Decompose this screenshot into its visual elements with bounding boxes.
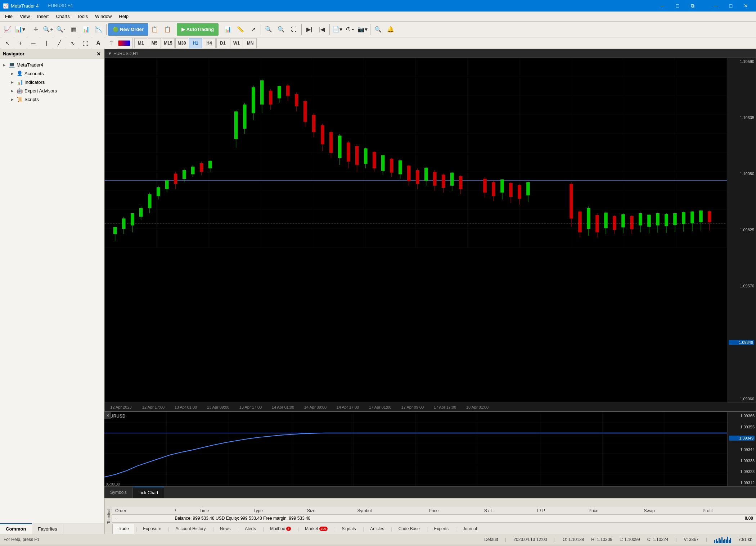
fitchart-button[interactable]: ⛶ <box>288 23 300 36</box>
trendline-button[interactable]: 📏 <box>234 23 247 36</box>
nav-item-accounts[interactable]: ▶ 👤 Accounts <box>0 69 104 78</box>
svg-rect-25 <box>200 163 203 172</box>
inner-minimize-button[interactable]: ─ <box>655 1 670 11</box>
terminal-sidebar[interactable]: Terminal <box>104 499 112 534</box>
search-button[interactable]: 🔍 <box>372 23 384 36</box>
tab-common[interactable]: Common <box>0 523 32 534</box>
tab-codebase[interactable]: Code Base <box>393 524 425 534</box>
tf-m1[interactable]: M1 <box>134 38 147 48</box>
tf-m5[interactable]: M5 <box>148 38 161 48</box>
close-button[interactable]: ✕ <box>739 1 753 11</box>
open-price: O: 1.10138 <box>563 537 584 542</box>
forward-button[interactable]: ▶| <box>303 23 315 36</box>
help-text: For Help, press F1 <box>4 537 39 542</box>
tf-h1[interactable]: H1 <box>189 38 202 48</box>
separator-6 <box>301 24 302 35</box>
menu-window[interactable]: Window <box>91 12 115 21</box>
crosshair-tool[interactable]: + <box>14 37 27 49</box>
tick-price-4: 1.09333 <box>729 459 755 463</box>
arrow-tool[interactable]: ⇑ <box>105 37 117 49</box>
tab-articles[interactable]: Articles <box>365 524 390 534</box>
separator-8 <box>370 24 370 35</box>
maximize-button[interactable]: □ <box>724 1 738 11</box>
tab-tick-chart[interactable]: Tick Chart <box>133 487 164 498</box>
menu-file[interactable]: File <box>1 12 16 21</box>
tf-w1[interactable]: W1 <box>230 38 243 48</box>
back-button[interactable]: |◀ <box>316 23 328 36</box>
svg-rect-85 <box>492 182 495 196</box>
trade-button[interactable]: 📋 <box>149 23 161 36</box>
cursor-tool[interactable]: ↖ <box>1 37 14 49</box>
tab-account-history[interactable]: Account History <box>170 524 211 534</box>
new-order-button[interactable]: 🟢 New Order <box>108 23 148 36</box>
tf-m15[interactable]: M15 <box>162 38 175 48</box>
price-2: 1.10335 <box>729 115 754 120</box>
history-button[interactable]: 📋 <box>161 23 174 36</box>
color-picker[interactable] <box>118 40 130 46</box>
zoom-out-button[interactable]: 🔍- <box>55 23 67 36</box>
tab-journal[interactable]: Journal <box>458 524 482 534</box>
tab-signals[interactable]: Signals <box>336 524 361 534</box>
tab-news[interactable]: News <box>215 524 236 534</box>
zoom-btn1[interactable]: 🔍 <box>262 23 275 36</box>
price-5: 1.09570 <box>729 284 754 288</box>
tick-chart-main[interactable]: EURUSD <box>104 412 727 486</box>
high-price: H: 1.10309 <box>591 537 612 542</box>
navigator-title: Navigator <box>3 51 24 56</box>
chart-dropdown[interactable]: 📊▾ <box>14 23 26 36</box>
fibo-tool[interactable]: ∿ <box>66 37 78 49</box>
vline-tool[interactable]: | <box>40 37 53 49</box>
hline-tool[interactable]: ─ <box>27 37 40 49</box>
tick-panel-close[interactable]: ✕ <box>104 412 111 419</box>
tf-mn[interactable]: MN <box>244 38 257 48</box>
tab-favorites[interactable]: Favorites <box>32 523 63 534</box>
zoom-in-button[interactable]: 🔍+ <box>42 23 54 36</box>
crosshair-button[interactable]: ✛ <box>30 23 42 36</box>
tab-exposure[interactable]: Exposure <box>138 524 167 534</box>
arrow-button[interactable]: ↗ <box>247 23 259 36</box>
menu-tools[interactable]: Tools <box>73 12 91 21</box>
chart-symbol: ▼ <box>108 51 112 56</box>
menu-insert[interactable]: Insert <box>33 12 53 21</box>
terminal-wrapper: Terminal ✕ Order / Time <box>104 498 756 534</box>
new-chart-button[interactable]: 📈 <box>1 23 14 36</box>
menu-charts[interactable]: Charts <box>52 12 73 21</box>
screen-btn[interactable]: 📷▾ <box>356 23 369 36</box>
navigator-close-button[interactable]: ✕ <box>96 51 101 57</box>
candle-chart-button[interactable]: 📊 <box>80 23 92 36</box>
tf-h4[interactable]: H4 <box>203 38 216 48</box>
autotrading-button[interactable]: ▶ AutoTrading <box>177 23 219 36</box>
trendline-tool[interactable]: ╱ <box>53 37 66 49</box>
shapes-tool[interactable]: ⬚ <box>79 37 91 49</box>
line-chart-button[interactable]: 📉 <box>93 23 105 36</box>
svg-rect-59 <box>364 149 368 164</box>
template-btn[interactable]: 📄▾ <box>331 23 343 36</box>
inner-restore-button[interactable]: ⧉ <box>685 1 700 11</box>
zoom-btn2[interactable]: 🔍 <box>275 23 287 36</box>
tab-alerts[interactable]: Alerts <box>239 524 261 534</box>
expand-icon: ▶ <box>3 63 9 67</box>
bar-chart-button[interactable]: ▦ <box>67 23 80 36</box>
tab-symbols[interactable]: Symbols <box>104 487 133 498</box>
menu-view[interactable]: View <box>16 12 33 21</box>
tab-experts[interactable]: Experts <box>428 524 454 534</box>
main-chart-body[interactable]: 1.10590 1.10335 1.10080 1.09825 1.09570 … <box>105 58 756 402</box>
text-tool[interactable]: A <box>92 37 104 49</box>
nav-item-expert-advisors[interactable]: ▶ 🤖 Expert Advisors <box>0 86 104 95</box>
period-btn[interactable]: ⏱▾ <box>344 23 356 36</box>
tick-price-2: 1.09355 <box>729 425 755 429</box>
nav-item-metatrader[interactable]: ▶ 💻 MetaTrader4 <box>0 60 104 69</box>
menu-help[interactable]: Help <box>115 12 132 21</box>
nav-item-indicators[interactable]: ▶ 📊 Indicators <box>0 78 104 86</box>
indicators-button[interactable]: 📊 <box>222 23 234 36</box>
minimize-button[interactable]: ─ <box>708 1 723 11</box>
tab-mailbox[interactable]: Mailbox 5 <box>265 524 296 534</box>
nav-item-scripts[interactable]: ▶ 📜 Scripts <box>0 95 104 104</box>
tab-trade[interactable]: Trade <box>112 524 134 534</box>
inner-maximize-button[interactable]: □ <box>670 1 685 11</box>
tf-d1[interactable]: D1 <box>216 38 229 48</box>
titlebar-controls: ─ □ ⧉ ─ □ ✕ <box>655 1 753 11</box>
notification-button[interactable]: 🔔 <box>384 23 397 36</box>
tf-m30[interactable]: M30 <box>175 38 188 48</box>
tab-market[interactable]: Market 199 <box>300 524 333 534</box>
